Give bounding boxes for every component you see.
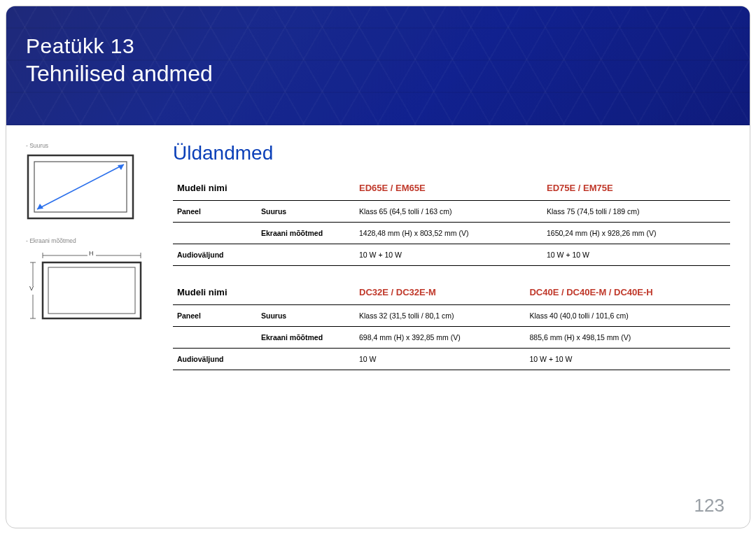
table-row: Audioväljund 10 W + 10 W 10 W + 10 W bbox=[173, 244, 730, 266]
table-row: Audioväljund 10 W 10 W + 10 W bbox=[173, 349, 730, 370]
chapter-label: Peatükk 13 bbox=[26, 34, 213, 58]
cell-sublabel bbox=[257, 349, 355, 370]
size-diagram-block: - Suurus bbox=[26, 142, 159, 222]
page-frame: Peatükk 13 Tehnilised andmed - Suurus - … bbox=[6, 6, 750, 528]
cell-sublabel: Ekraani mõõtmed bbox=[257, 223, 355, 244]
table-header-row: Mudeli nimi DC32E / DC32E-M DC40E / DC40… bbox=[173, 281, 730, 305]
table-row: Ekraani mõõtmed 1428,48 mm (H) x 803,52 … bbox=[173, 223, 730, 244]
svg-rect-14 bbox=[48, 267, 135, 314]
size-caption: - Suurus bbox=[26, 142, 159, 149]
page-number: 123 bbox=[694, 495, 724, 517]
cell-value: 10 W + 10 W bbox=[355, 244, 542, 266]
cell-label: Paneel bbox=[173, 305, 257, 327]
cell-value: 1650,24 mm (H) x 928,26 mm (V) bbox=[542, 223, 730, 244]
cell-value: Klass 32 (31,5 tolli / 80,1 cm) bbox=[355, 305, 525, 327]
spec-table-1: Mudeli nimi ED65E / EM65E ED75E / EM75E … bbox=[173, 177, 730, 266]
col-model-b: ED75E / EM75E bbox=[542, 177, 730, 201]
cell-sublabel bbox=[257, 244, 355, 266]
cell-value: 10 W + 10 W bbox=[525, 349, 730, 370]
dimensions-diagram-icon bbox=[26, 248, 145, 325]
dimensions-diagram-block: - Ekraani mõõtmed H V bbox=[26, 237, 159, 339]
cell-sublabel: Suurus bbox=[257, 201, 355, 223]
table-row: Ekraani mõõtmed 698,4 mm (H) x 392,85 mm… bbox=[173, 327, 730, 349]
cell-value: 1428,48 mm (H) x 803,52 mm (V) bbox=[355, 223, 542, 244]
col-model-name: Mudeli nimi bbox=[173, 281, 257, 305]
cell-label bbox=[173, 223, 257, 244]
cell-value: 885,6 mm (H) x 498,15 mm (V) bbox=[525, 327, 730, 349]
cell-value: Klass 75 (74,5 tolli / 189 cm) bbox=[542, 201, 730, 223]
size-diagram-icon bbox=[26, 153, 136, 222]
dimensions-caption: - Ekraani mõõtmed bbox=[26, 237, 159, 244]
chapter-header: Peatükk 13 Tehnilised andmed bbox=[6, 6, 750, 125]
cell-label bbox=[173, 327, 257, 349]
col-blank bbox=[257, 177, 355, 201]
col-model-name: Mudeli nimi bbox=[173, 177, 257, 201]
col-blank bbox=[257, 281, 355, 305]
svg-line-2 bbox=[37, 164, 124, 209]
cell-label: Audioväljund bbox=[173, 244, 257, 266]
table-row: Paneel Suurus Klass 65 (64,5 tolli / 163… bbox=[173, 201, 730, 223]
cell-value: 10 W bbox=[355, 349, 525, 370]
sidebar: - Suurus - Ekraani mõõtmed bbox=[26, 142, 159, 386]
col-model-b: DC40E / DC40E-M / DC40E-H bbox=[525, 281, 730, 305]
chapter-title: Tehnilised andmed bbox=[26, 61, 213, 87]
col-model-a: DC32E / DC32E-M bbox=[355, 281, 525, 305]
svg-rect-13 bbox=[43, 262, 141, 318]
section-title: Üldandmed bbox=[173, 142, 730, 164]
cell-value: 10 W + 10 W bbox=[542, 244, 730, 266]
dim-h-label: H bbox=[89, 250, 96, 257]
cell-value: Klass 40 (40,0 tolli / 101,6 cm) bbox=[525, 305, 730, 327]
col-model-a: ED65E / EM65E bbox=[355, 177, 542, 201]
spec-table-2: Mudeli nimi DC32E / DC32E-M DC40E / DC40… bbox=[173, 281, 730, 370]
dim-v-label: V bbox=[29, 285, 36, 292]
cell-sublabel: Suurus bbox=[257, 305, 355, 327]
cell-label: Audioväljund bbox=[173, 349, 257, 370]
table-header-row: Mudeli nimi ED65E / EM65E ED75E / EM75E bbox=[173, 177, 730, 201]
table-row: Paneel Suurus Klass 32 (31,5 tolli / 80,… bbox=[173, 305, 730, 327]
cell-label: Paneel bbox=[173, 201, 257, 223]
main-content: Üldandmed Mudeli nimi ED65E / EM65E ED75… bbox=[159, 142, 730, 386]
cell-value: 698,4 mm (H) x 392,85 mm (V) bbox=[355, 327, 525, 349]
cell-value: Klass 65 (64,5 tolli / 163 cm) bbox=[355, 201, 542, 223]
cell-sublabel: Ekraani mõõtmed bbox=[257, 327, 355, 349]
content-area: - Suurus - Ekraani mõõtmed bbox=[6, 125, 750, 386]
header-text: Peatükk 13 Tehnilised andmed bbox=[26, 34, 213, 87]
